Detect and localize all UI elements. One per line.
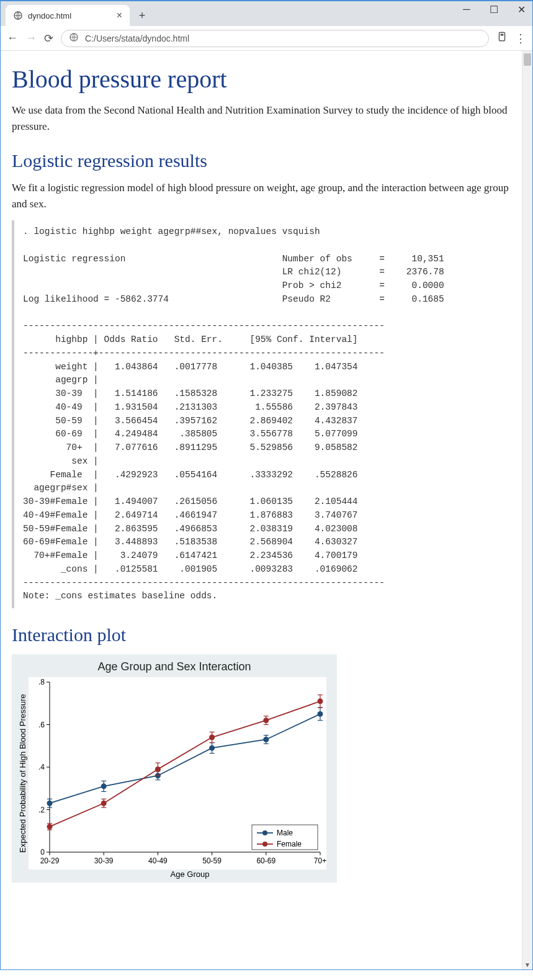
svg-rect-3 [501,34,504,36]
stata-output: . logistic highbp weight agegrp##sex, no… [12,220,509,608]
browser-toolbar: ← → ⟳ C:/Users/stata/dyndoc.html ⋮ [1,26,532,51]
chart-xlabel: Age Group [48,870,332,879]
svg-text:0: 0 [40,848,45,856]
forward-button[interactable]: → [25,32,37,45]
svg-point-75 [318,698,323,704]
svg-text:Female: Female [277,840,302,848]
svg-point-59 [101,801,107,806]
svg-text:Male: Male [277,829,293,837]
reload-button[interactable]: ⟳ [44,32,53,45]
svg-point-35 [101,783,107,789]
browser-tab[interactable]: dyndoc.html × [6,5,130,26]
scroll-thumb[interactable] [524,53,531,66]
tab-title: dyndoc.html [28,11,71,20]
chart-ylabel: Expected Probability of High Blood Press… [17,677,29,870]
svg-point-78 [262,830,267,835]
page-content: ▲ ▼ Blood pressure report We use data fr… [1,51,532,969]
svg-text:50-59: 50-59 [202,856,222,865]
url-text: C:/Users/stata/dyndoc.html [85,34,189,43]
svg-text:20-29: 20-29 [40,856,60,865]
close-tab-icon[interactable]: × [117,11,122,20]
svg-rect-2 [499,32,505,41]
svg-text:.6: .6 [38,721,45,729]
svg-point-47 [263,737,269,742]
svg-point-43 [209,745,215,751]
svg-text:.4: .4 [38,763,45,771]
globe-icon [13,11,23,20]
svg-point-67 [209,735,215,740]
chart-svg: 0.2.4.6.820-2930-3940-4950-5960-6970+Mal… [29,677,326,870]
titlebar: dyndoc.html × + ─ ☐ ✕ [1,1,532,26]
intro-paragraph: We use data from the Second National Hea… [12,102,509,134]
minimize-button[interactable]: ─ [459,4,474,16]
svg-text:60-69: 60-69 [256,856,275,865]
extension-icon[interactable] [496,31,508,45]
interaction-plot: Age Group and Sex Interaction Expected P… [12,654,337,883]
svg-text:70+: 70+ [314,856,326,865]
section-logistic-heading: Logistic regression results [12,150,521,171]
svg-point-51 [318,711,323,717]
maximize-button[interactable]: ☐ [486,4,501,16]
svg-text:30-39: 30-39 [94,856,114,865]
svg-text:.8: .8 [38,678,45,686]
svg-text:.2: .2 [38,806,45,814]
svg-point-31 [47,801,53,806]
url-bar[interactable]: C:/Users/stata/dyndoc.html [61,30,489,47]
svg-point-71 [263,717,269,723]
svg-point-63 [155,766,161,772]
back-button[interactable]: ← [7,32,18,45]
chart-title: Age Group and Sex Interaction [17,660,332,673]
close-window-button[interactable]: ✕ [514,4,529,16]
section-plot-heading: Interaction plot [12,624,521,645]
svg-point-81 [262,842,267,847]
page-title: Blood pressure report [12,65,521,94]
site-info-icon[interactable] [69,32,79,44]
new-tab-button[interactable]: + [133,7,151,24]
scroll-down-icon[interactable]: ▼ [522,961,532,968]
menu-icon[interactable]: ⋮ [515,32,526,45]
svg-text:40-49: 40-49 [148,856,168,865]
logistic-paragraph: We fit a logistic regression model of hi… [12,180,509,212]
vertical-scrollbar[interactable]: ▲ ▼ [522,51,532,969]
svg-point-55 [47,824,53,829]
